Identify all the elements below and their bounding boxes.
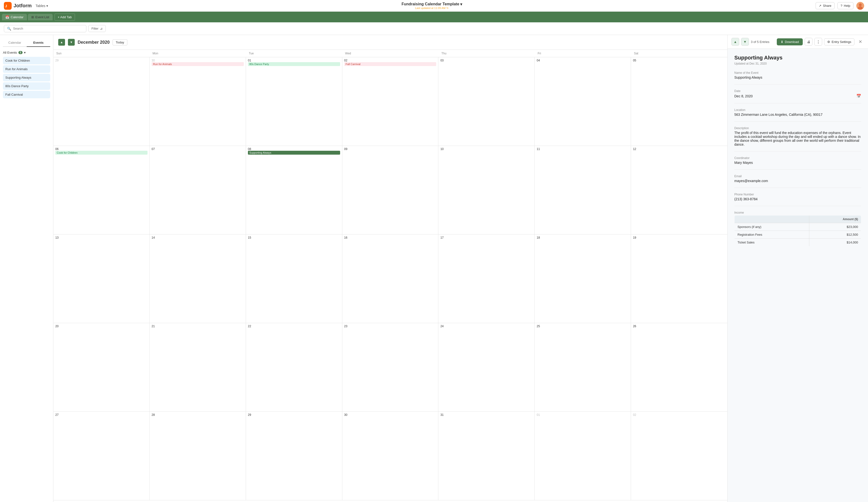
share-button[interactable]: ↗ Share (816, 2, 835, 9)
print-button[interactable]: 🖨 (805, 38, 813, 45)
calendar-cell-21-dec[interactable]: 21 (150, 323, 246, 411)
calendar-cell-30-dec[interactable]: 30 (342, 412, 438, 500)
detail-prev-button[interactable]: ▲ (731, 38, 739, 45)
top-navigation: J Jotform Tables ▾ Fundraising Calendar … (0, 0, 868, 12)
dropdown-icon[interactable]: ▾ (460, 2, 462, 7)
income-row-sponsors: Sponsors (if any) $23,000 (735, 223, 861, 231)
calendar-cell-31-dec[interactable]: 31 (438, 412, 535, 500)
svg-text:J: J (5, 4, 7, 8)
help-button[interactable]: ? Help (837, 2, 854, 9)
calendar-cell-11-dec[interactable]: 11 (535, 146, 631, 234)
calendar-cell-28-dec[interactable]: 28 (150, 412, 246, 500)
sidebar-tab-calendar[interactable]: Calendar (3, 39, 27, 47)
calendar-field-icon: 📅 (856, 94, 861, 98)
calendar-cell-06-dec[interactable]: 06 Cook for Children (53, 146, 150, 234)
calendar-cell-23-dec[interactable]: 23 (342, 323, 438, 411)
calendar-cell-02-jan[interactable]: 02 (631, 412, 727, 500)
calendar-cell-25-dec[interactable]: 25 (535, 323, 631, 411)
calendar-cell-24-dec[interactable]: 24 (438, 323, 535, 411)
calendar-cell-02-dec[interactable]: 02 Fall Carnival (342, 57, 438, 146)
tab-event-list[interactable]: ⊞ Event List (28, 14, 53, 20)
tab-calendar[interactable]: 📅 Calendar (2, 14, 27, 20)
detail-event-title: Supporting Always (734, 55, 861, 61)
event-chip-run-animals[interactable]: Run for Animals (152, 62, 244, 66)
calendar-cell-30-nov[interactable]: 30 Run for Animals (150, 57, 246, 146)
detail-section-email: Email mayes@example.com (734, 175, 861, 188)
calendar-cell-04-dec[interactable]: 04 (535, 57, 631, 146)
calendar-cell-18-dec[interactable]: 18 (535, 235, 631, 323)
calendar-cell-08-dec[interactable]: 08 Supporting Always (246, 146, 342, 234)
income-row-registration: Registration Fees $12,500 (735, 231, 861, 239)
calendar-cell-16-dec[interactable]: 16 (342, 235, 438, 323)
sidebar-event-80s-dance-party[interactable]: 80s Dance Party (3, 82, 50, 90)
calendar-rows: 29 30 Run for Animals 01 80s Dance Party… (53, 57, 727, 500)
detail-section-coordinator: Coordinator Mary Mayes (734, 156, 861, 170)
date-value: Dec 8, 2020 (734, 94, 753, 98)
all-events-header[interactable]: All Events 5 ▾ (3, 51, 50, 54)
income-col-amount: Amount ($) (809, 216, 861, 223)
calendar-cell-01-dec[interactable]: 01 80s Dance Party (246, 57, 342, 146)
today-button[interactable]: Today (113, 39, 127, 45)
calendar-grid: Sun Mon Tue Wed Thu Fri Sat 29 30 Run fo… (53, 50, 727, 502)
detail-next-button[interactable]: ▼ (741, 38, 749, 45)
name-value: Supporting Always (734, 75, 861, 79)
calendar-next-button[interactable]: ▼ (68, 39, 75, 45)
calendar-cell-09-dec[interactable]: 09 (342, 146, 438, 234)
event-chip-fall-carnival[interactable]: Fall Carnival (344, 62, 436, 66)
detail-section-description: Description The profit of this event wil… (734, 126, 861, 152)
income-table: Amount ($) Sponsors (if any) $23,000 Reg… (734, 215, 861, 246)
search-box[interactable]: 🔍 (4, 25, 86, 32)
calendar-cell-26-dec[interactable]: 26 (631, 323, 727, 411)
sidebar-event-run-for-animals[interactable]: Run for Animals (3, 65, 50, 73)
event-chip-supporting-always[interactable]: Supporting Always (248, 151, 340, 155)
event-chip-80s-dance[interactable]: 80s Dance Party (248, 62, 340, 66)
calendar-cell-22-dec[interactable]: 22 (246, 323, 342, 411)
day-header-sat: Sat (631, 50, 727, 57)
add-tab-button[interactable]: + Add Tab (54, 13, 75, 21)
chevron-down-icon: ▾ (24, 51, 26, 54)
calendar-week-1: 29 30 Run for Animals 01 80s Dance Party… (53, 57, 727, 146)
calendar-cell-03-dec[interactable]: 03 (438, 57, 535, 146)
calendar-cell-05-dec[interactable]: 05 (631, 57, 727, 146)
calendar-cell-29-nov[interactable]: 29 (53, 57, 150, 146)
calendar-cell-17-dec[interactable]: 17 (438, 235, 535, 323)
calendar-prev-button[interactable]: ▲ (58, 39, 65, 45)
calendar-cell-14-dec[interactable]: 14 (150, 235, 246, 323)
detail-section-date: Date Dec 8, 2020 📅 (734, 89, 861, 103)
calendar-cell-10-dec[interactable]: 10 (438, 146, 535, 234)
calendar-cell-07-dec[interactable]: 07 (150, 146, 246, 234)
filter-button[interactable]: Filter ⊿ (88, 25, 106, 32)
calendar-cell-29-dec[interactable]: 29 (246, 412, 342, 500)
calendar-cell-01-jan[interactable]: 01 (535, 412, 631, 500)
calendar-cell-27-dec[interactable]: 27 (53, 412, 150, 500)
calendar-cell-19-dec[interactable]: 19 (631, 235, 727, 323)
entry-settings-button[interactable]: ⚙ Entry Settings (824, 38, 855, 45)
phone-label: Phone Number (734, 193, 861, 196)
sidebar-event-fall-carnival[interactable]: Fall Carnival (3, 91, 50, 98)
calendar-cell-13-dec[interactable]: 13 (53, 235, 150, 323)
close-detail-button[interactable]: ✕ (856, 38, 864, 45)
tables-button[interactable]: Tables ▾ (35, 4, 48, 8)
calendar-area: ▲ ▼ December 2020 Today Sun Mon Tue Wed … (53, 35, 727, 502)
logo-text: Jotform (13, 3, 32, 9)
income-cell-sponsors-label: Sponsors (if any) (735, 223, 809, 231)
calendar-cell-15-dec[interactable]: 15 (246, 235, 342, 323)
sidebar-tab-events[interactable]: Events (27, 39, 50, 47)
search-input[interactable] (13, 27, 83, 30)
calendar-cell-12-dec[interactable]: 12 (631, 146, 727, 234)
sidebar-event-cook-for-children[interactable]: Cook for Children (3, 57, 50, 64)
refresh-icon[interactable]: ↻ (446, 7, 448, 10)
more-options-button[interactable]: ⋮ (814, 38, 822, 45)
income-cell-tickets-amount: $14,000 (809, 239, 861, 246)
sidebar-event-supporting-always[interactable]: Supporting Always (3, 74, 50, 81)
logo-area: J Jotform (4, 2, 32, 10)
event-chip-cook-children[interactable]: Cook for Children (55, 151, 147, 155)
calendar-icon: 📅 (5, 15, 9, 19)
calendar-cell-20-dec[interactable]: 20 (53, 323, 150, 411)
income-cell-registration-label: Registration Fees (735, 231, 809, 239)
chevron-down-icon: ▾ (46, 4, 48, 8)
download-button[interactable]: ⬇ Download (777, 38, 803, 45)
jotform-logo-icon: J (4, 2, 12, 10)
calendar-month-title: December 2020 (78, 40, 110, 45)
user-avatar[interactable] (856, 2, 864, 10)
